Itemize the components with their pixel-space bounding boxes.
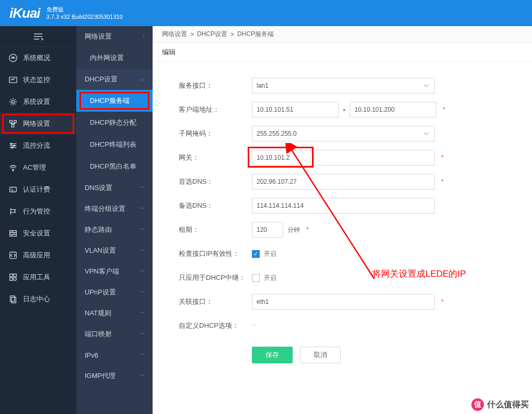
nav-label: 状态监控: [23, 75, 50, 85]
sub-group-upnp[interactable]: UPnP设置﹀: [76, 282, 153, 303]
sub-group-portmap[interactable]: 端口映射﹀: [76, 324, 153, 345]
sub-group-label: 端口映射: [85, 329, 112, 339]
sub-item-dhcp-bwlist[interactable]: DHCP黑白名单: [76, 156, 153, 178]
sub-group-route[interactable]: 静态路由﹀: [76, 219, 153, 240]
svg-point-1: [13, 57, 14, 58]
checkbox-text: 开启: [264, 250, 276, 258]
watermark-text: 什么值得买: [487, 399, 529, 410]
svg-rect-14: [10, 274, 13, 277]
breadcrumb: 网络设置 > DHCP设置 > DHCP服务端: [153, 26, 532, 43]
sub-item-dhcp-clients[interactable]: DHCP终端列表: [76, 134, 153, 156]
version-line1: 免费版: [47, 6, 123, 13]
nav-item-status[interactable]: 状态监控: [0, 69, 76, 91]
nav-label: 流控分流: [23, 141, 50, 150]
sub-group-label: IGMP代理: [85, 371, 115, 381]
sub-item-label: DHCP终端列表: [90, 140, 136, 149]
select-netmask[interactable]: 255.255.255.0: [252, 126, 435, 141]
cancel-button[interactable]: 取消: [300, 347, 341, 363]
nav-item-advanced[interactable]: 高级应用: [0, 244, 76, 266]
chevron-down-icon: ﹀: [140, 310, 145, 317]
chevron-left-icon: 〈: [140, 33, 145, 40]
flow-icon: [8, 141, 18, 150]
sub-group-igmp[interactable]: IGMP代理﹀: [76, 365, 153, 386]
sub-item-dhcp-static[interactable]: DHCP静态分配: [76, 112, 153, 134]
input-gateway[interactable]: [252, 150, 435, 165]
sub-group-dns[interactable]: DNS设置﹀: [76, 178, 153, 198]
watermark: 值 什么值得买: [471, 398, 529, 411]
sub-group-label: 静态路由: [85, 225, 112, 234]
sub-item-dhcp-server[interactable]: DHCP服务端: [76, 90, 153, 112]
sub-item-label: DHCP静态分配: [90, 118, 136, 127]
breadcrumb-item[interactable]: DHCP设置: [197, 30, 227, 39]
nav-item-flow[interactable]: 流控分流: [0, 135, 76, 157]
sub-group-dhcp[interactable]: DHCP设置 ︿: [76, 69, 153, 90]
sub-group-nat[interactable]: NAT规则﹀: [76, 303, 153, 324]
menu-toggle[interactable]: [0, 26, 76, 47]
auth-icon: [8, 185, 18, 194]
sub-item-lan[interactable]: 内外网设置: [76, 47, 153, 69]
checkbox-text: 开启: [264, 274, 276, 282]
nav-label: 网络设置: [23, 119, 50, 128]
nav-label: 安全设置: [23, 229, 50, 238]
version-line2: 3.7.3 x32 Build202305301310: [47, 13, 123, 20]
input-client-to[interactable]: [350, 102, 436, 117]
annotation-text: 将网关设置成LEDE的IP: [372, 268, 466, 280]
sub-group-label: VLAN设置: [85, 246, 116, 255]
nav-item-security[interactable]: 安全设置: [0, 222, 76, 244]
sub-item-label: 内外网设置: [90, 53, 124, 63]
nav-item-log[interactable]: 日志中心: [0, 288, 76, 310]
breadcrumb-item[interactable]: 网络设置: [162, 30, 187, 39]
input-dns1[interactable]: [252, 174, 435, 190]
nav-label: 系统概况: [23, 53, 50, 63]
input-client-from[interactable]: [252, 102, 339, 117]
nav-item-ac[interactable]: AC管理: [0, 157, 76, 179]
nav-item-tools[interactable]: 应用工具: [0, 266, 76, 288]
main-content: 网络设置 > DHCP设置 > DHCP服务端 编辑 服务接口： lan1 客户…: [153, 26, 532, 414]
input-dns2[interactable]: [252, 198, 435, 214]
nav-item-overview[interactable]: 系统概况: [0, 47, 76, 69]
chevron-down-icon: ﹀: [140, 351, 145, 359]
watermark-logo-icon: 值: [471, 398, 484, 411]
monitor-icon: [8, 75, 18, 85]
logo-text: iKuai: [9, 5, 40, 21]
checkbox-relay-only[interactable]: [252, 274, 260, 282]
sidebar-secondary: 网络设置 〈 内外网设置 DHCP设置 ︿ DHCP服务端 DHCP静态分配 D…: [76, 26, 153, 414]
nav-item-network[interactable]: 网络设置: [0, 113, 76, 135]
checkbox-check-ip[interactable]: ✓: [252, 250, 260, 258]
nav-item-system[interactable]: 系统设置: [0, 91, 76, 113]
svg-rect-19: [11, 297, 16, 303]
network-icon: [8, 119, 18, 128]
input-assoc-if[interactable]: [252, 294, 435, 310]
svg-point-17: [14, 278, 16, 280]
chevron-down-icon: ﹀: [140, 330, 145, 338]
svg-point-10: [13, 170, 14, 171]
select-service-if[interactable]: lan1: [252, 78, 435, 93]
sub-group-label: UPnP设置: [85, 288, 116, 297]
svg-rect-15: [14, 274, 16, 277]
sub-group-vpn[interactable]: VPN客户端﹀: [76, 261, 153, 282]
svg-rect-5: [14, 121, 17, 123]
sidebar-primary: 系统概况 状态监控 系统设置 网络设置 流控分流 AC管理 认证计费: [0, 26, 76, 414]
wifi-icon: [8, 163, 18, 172]
svg-rect-11: [10, 187, 17, 192]
sub-group-vlan[interactable]: VLAN设置﹀: [76, 240, 153, 261]
svg-rect-4: [10, 121, 13, 123]
chevron-down-icon[interactable]: ﹀: [252, 322, 257, 329]
label-service-if: 服务接口：: [179, 81, 252, 90]
svg-rect-18: [10, 296, 15, 302]
nav-label: 行为管控: [23, 207, 50, 216]
log-icon: [8, 294, 18, 304]
nav-item-auth[interactable]: 认证计费: [0, 179, 76, 200]
save-button[interactable]: 保存: [252, 347, 293, 363]
sub-group-terminal[interactable]: 终端分组设置﹀: [76, 198, 153, 219]
svg-point-9: [11, 147, 13, 148]
sub-head-network[interactable]: 网络设置 〈: [76, 26, 153, 47]
nav-item-behavior[interactable]: 行为管控: [0, 200, 76, 222]
page-tab-edit[interactable]: 编辑: [153, 43, 532, 62]
sub-group-ipv6[interactable]: IPv6﹀: [76, 345, 153, 365]
breadcrumb-item[interactable]: DHCP服务端: [237, 30, 274, 39]
input-lease[interactable]: [252, 222, 283, 238]
required-mark: *: [441, 298, 444, 305]
chevron-down-icon: ﹀: [140, 226, 145, 233]
label-custom-dhcp: 自定义DHCP选项：: [179, 321, 252, 330]
